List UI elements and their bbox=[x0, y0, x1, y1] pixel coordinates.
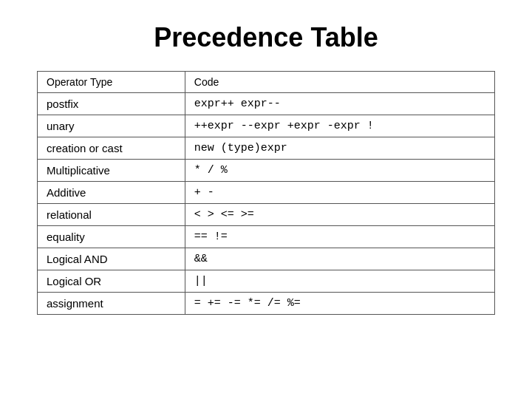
code-cell: new (type)expr bbox=[185, 137, 494, 160]
table-row: postfixexpr++ expr-- bbox=[38, 93, 495, 115]
table-row: Logical OR|| bbox=[38, 270, 495, 293]
operator-cell: relational bbox=[38, 204, 185, 226]
operator-cell: Logical OR bbox=[38, 270, 185, 293]
precedence-table: Operator Type Code postfixexpr++ expr--u… bbox=[37, 71, 495, 315]
code-cell: < > <= >= bbox=[185, 204, 494, 226]
table-row: Logical AND&& bbox=[38, 248, 495, 270]
operator-cell: unary bbox=[38, 115, 185, 137]
code-cell: == != bbox=[185, 226, 494, 248]
operator-cell: Multiplicative bbox=[38, 160, 185, 182]
table-header-row: Operator Type Code bbox=[38, 72, 495, 93]
header-operator: Operator Type bbox=[38, 72, 185, 93]
code-cell: = += -= *= /= %= bbox=[185, 293, 494, 315]
operator-cell: Logical AND bbox=[38, 248, 185, 270]
code-cell: && bbox=[185, 248, 494, 270]
page-title: Precedence Table bbox=[154, 22, 378, 53]
table-row: creation or castnew (type)expr bbox=[38, 137, 495, 160]
operator-cell: Additive bbox=[38, 182, 185, 204]
code-cell: + - bbox=[185, 182, 494, 204]
code-cell: * / % bbox=[185, 160, 494, 182]
table-row: equality== != bbox=[38, 226, 495, 248]
code-cell: || bbox=[185, 270, 494, 293]
table-row: relational< > <= >= bbox=[38, 204, 495, 226]
operator-cell: postfix bbox=[38, 93, 185, 115]
table-row: Additive+ - bbox=[38, 182, 495, 204]
operator-cell: assignment bbox=[38, 293, 185, 315]
table-row: Multiplicative* / % bbox=[38, 160, 495, 182]
code-cell: ++expr --expr +expr -expr ! bbox=[185, 115, 494, 137]
operator-cell: creation or cast bbox=[38, 137, 185, 160]
operator-cell: equality bbox=[38, 226, 185, 248]
table-row: unary++expr --expr +expr -expr ! bbox=[38, 115, 495, 137]
header-code: Code bbox=[185, 72, 494, 93]
code-cell: expr++ expr-- bbox=[185, 93, 494, 115]
table-row: assignment= += -= *= /= %= bbox=[38, 293, 495, 315]
